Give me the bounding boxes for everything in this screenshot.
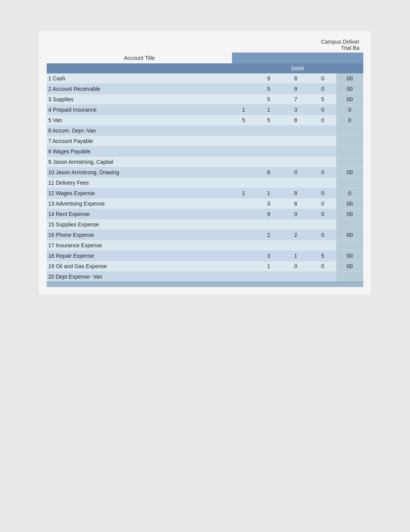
digit-cell-3: 0 <box>309 73 336 84</box>
digit-cell-3: 0 <box>309 188 336 199</box>
table-row: 2 Account Receivable59000 <box>47 84 363 94</box>
header-row-1: Account Title <box>47 53 363 63</box>
table-row: 18 Repair Expense31500 <box>47 251 363 261</box>
account-name-cell: 4 Prepaid Insurance <box>47 105 232 115</box>
digit-cell-4: 00 <box>336 73 363 84</box>
digit-cell-2 <box>282 126 309 136</box>
digit-cell-4 <box>336 240 363 251</box>
digit-cell-3 <box>309 157 336 167</box>
digit-cell-1 <box>255 240 282 251</box>
digit-cell-2: 1 <box>282 251 309 261</box>
digit-cell-4 <box>336 157 363 167</box>
table-row: 6 Accum. Depr.-Van <box>47 126 363 136</box>
digit-cell-0 <box>232 136 255 146</box>
debit-header: Debit <box>232 63 363 73</box>
account-name-cell: 10 Jason Armstrong, Drawing <box>47 167 232 178</box>
digit-cell-3: 0 <box>309 209 336 219</box>
digit-cell-4 <box>336 146 363 157</box>
digit-cell-2 <box>282 219 309 230</box>
digit-cell-4: 00 <box>336 251 363 261</box>
trial-balance-table-wrapper: Account Title Debit 1 Cash980002 Account… <box>47 53 363 287</box>
table-row: 9 Jason Armstrong, Captial <box>47 157 363 167</box>
col-header-blank4 <box>309 53 336 63</box>
digit-cell-1 <box>255 219 282 230</box>
col-header-blank3 <box>282 53 309 63</box>
digit-cell-1: 3 <box>255 199 282 209</box>
digit-cell-2 <box>282 157 309 167</box>
table-row: 20 Depr.Expense- Van <box>47 272 363 282</box>
digit-cell-3 <box>309 126 336 136</box>
digit-cell-0 <box>232 219 255 230</box>
digit-cell-0 <box>232 272 255 282</box>
total-cell <box>282 282 309 287</box>
digit-cell-1 <box>255 272 282 282</box>
digit-cell-2 <box>282 146 309 157</box>
account-name-cell: 9 Jason Armstrong, Captial <box>47 157 232 167</box>
digit-cell-3: 0 <box>309 105 336 115</box>
debit-header-spacer <box>47 63 232 73</box>
digit-cell-3 <box>309 240 336 251</box>
digit-cell-1: 9 <box>255 209 282 219</box>
digit-cell-4: 00 <box>336 199 363 209</box>
table-row: 12 Wages Expense11800 <box>47 188 363 199</box>
digit-cell-3 <box>309 136 336 146</box>
col-header-blank5 <box>336 53 363 63</box>
page-container: Campus Deliver Trial Ba Account Title <box>39 31 371 295</box>
digit-cell-3: 5 <box>309 94 336 105</box>
digit-cell-0: 1 <box>232 105 255 115</box>
digit-cell-0 <box>232 167 255 178</box>
digit-cell-2: 2 <box>282 230 309 240</box>
digit-cell-0 <box>232 84 255 94</box>
total-cell <box>255 282 282 287</box>
account-name-cell: 11 Delivery Fees <box>47 178 232 188</box>
digit-cell-3 <box>309 146 336 157</box>
digit-cell-0 <box>232 146 255 157</box>
digit-cell-3: 0 <box>309 199 336 209</box>
account-name-cell: 16 Phone Expense <box>47 230 232 240</box>
trial-balance-table: Account Title Debit 1 Cash980002 Account… <box>47 53 363 287</box>
company-name: Campus Deliver <box>47 39 359 45</box>
digit-cell-2 <box>282 272 309 282</box>
digit-cell-4: 00 <box>336 261 363 272</box>
digit-cell-3 <box>309 178 336 188</box>
account-name-cell: 19 Oil and Gas Expense <box>47 261 232 272</box>
digit-cell-0 <box>232 199 255 209</box>
table-row: 5 Van55800 <box>47 115 363 126</box>
digit-cell-0: 5 <box>232 115 255 126</box>
digit-cell-4: 0 <box>336 105 363 115</box>
digit-cell-1 <box>255 178 282 188</box>
col-header-blank2 <box>255 53 282 63</box>
account-name-cell: 3 Supplies <box>47 94 232 105</box>
digit-cell-1 <box>255 136 282 146</box>
table-row: 15 Supplies Expense <box>47 219 363 230</box>
digit-cell-4 <box>336 136 363 146</box>
total-cell <box>47 282 232 287</box>
digit-cell-0 <box>232 157 255 167</box>
digit-cell-1: 3 <box>255 251 282 261</box>
digit-cell-4: 00 <box>336 230 363 240</box>
digit-cell-2: 8 <box>282 115 309 126</box>
digit-cell-1 <box>255 157 282 167</box>
account-name-cell: 2 Account Receivable <box>47 84 232 94</box>
digit-cell-1: 5 <box>255 94 282 105</box>
table-row: 19 Oil and Gas Expense10000 <box>47 261 363 272</box>
account-name-cell: 18 Repair Expense <box>47 251 232 261</box>
account-name-cell: 15 Supplies Expense <box>47 219 232 230</box>
digit-cell-3 <box>309 219 336 230</box>
digit-cell-0 <box>232 126 255 136</box>
digit-cell-1 <box>255 146 282 157</box>
account-name-cell: 17 Insurance Expense <box>47 240 232 251</box>
digit-cell-3 <box>309 272 336 282</box>
digit-cell-2: 8 <box>282 199 309 209</box>
digit-cell-1: 1 <box>255 105 282 115</box>
digit-cell-1: 5 <box>255 84 282 94</box>
digit-cell-4 <box>336 126 363 136</box>
digit-cell-3: 0 <box>309 167 336 178</box>
table-row: 7 Account Payable <box>47 136 363 146</box>
digit-cell-0 <box>232 261 255 272</box>
digit-cell-3: 0 <box>309 115 336 126</box>
table-row: 17 Insurance Expense <box>47 240 363 251</box>
total-cell <box>232 282 255 287</box>
company-header: Campus Deliver Trial Ba <box>47 39 363 51</box>
digit-cell-0 <box>232 251 255 261</box>
